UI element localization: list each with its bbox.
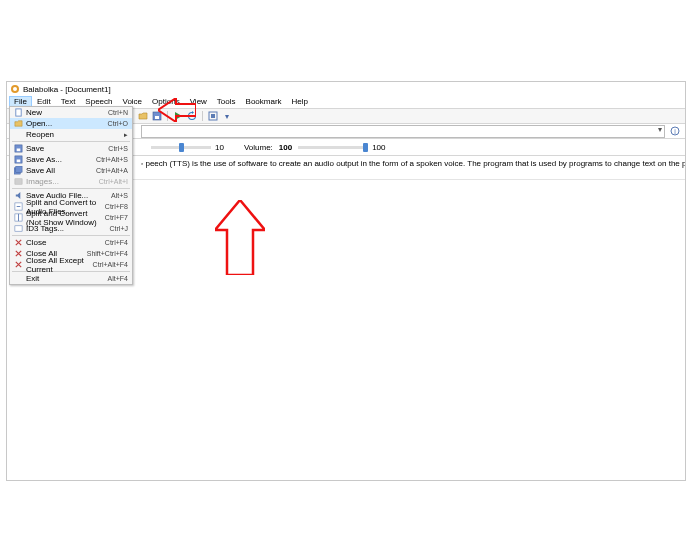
window-title-app: Balabolka xyxy=(23,85,58,94)
split-icon xyxy=(13,213,23,223)
menu-item-label: Close All Except Current xyxy=(26,256,90,274)
combo-info-icon[interactable]: i xyxy=(669,125,681,137)
menu-item-label: Open... xyxy=(26,119,105,128)
red-arrow-content xyxy=(215,200,265,275)
svg-rect-6 xyxy=(15,109,20,116)
id3-icon xyxy=(13,224,23,234)
file-menu-dropdown: NewCtrl+NOpen...Ctrl+OReopen▸SaveCtrl+SS… xyxy=(9,106,133,285)
file-menu-close[interactable]: CloseCtrl+F4 xyxy=(10,237,132,248)
save-icon xyxy=(13,144,23,154)
menu-item-label: Save All xyxy=(26,166,93,175)
menu-item-shortcut: Ctrl+Alt+A xyxy=(96,167,128,174)
rate-slider-group: 10 xyxy=(141,143,224,152)
menu-item-label: ID3 Tags... xyxy=(26,224,107,233)
file-menu-close-all-except-current[interactable]: Close All Except CurrentCtrl+Alt+F4 xyxy=(10,259,132,270)
conv-icon xyxy=(13,202,23,212)
file-menu-save-as[interactable]: Save As...Ctrl+Alt+S xyxy=(10,154,132,165)
window-title-doc: [Document1] xyxy=(65,85,110,94)
menu-item-shortcut: Ctrl+Alt+F4 xyxy=(93,261,128,268)
menu-item-shortcut: Shift+Ctrl+F4 xyxy=(87,250,128,257)
menu-item-label: Reopen xyxy=(26,130,121,139)
file-menu-new[interactable]: NewCtrl+N xyxy=(10,107,132,118)
audio-icon xyxy=(13,191,23,201)
img-icon xyxy=(13,177,23,187)
svg-text:i: i xyxy=(674,128,676,135)
menu-help[interactable]: Help xyxy=(287,96,313,108)
file-menu-save-all[interactable]: Save AllCtrl+Alt+A xyxy=(10,165,132,176)
document-text: peech (TTS) is the use of software to cr… xyxy=(145,159,685,168)
file-menu-id3-tags[interactable]: ID3 Tags...Ctrl+J xyxy=(10,223,132,234)
menu-item-label: Save As... xyxy=(26,155,93,164)
menu-separator xyxy=(12,188,130,189)
menu-item-label: Close xyxy=(26,238,102,247)
red-arrow-open xyxy=(158,98,196,122)
svg-rect-12 xyxy=(15,166,21,172)
menu-item-shortcut: Ctrl+S xyxy=(108,145,128,152)
menu-item-shortcut: Ctrl+F4 xyxy=(105,239,128,246)
rate-slider[interactable] xyxy=(151,146,211,149)
volume-label: Volume: xyxy=(244,143,273,152)
file-menu-open[interactable]: Open...Ctrl+O xyxy=(10,118,132,129)
saveall-icon xyxy=(13,166,23,176)
tb-settings-icon[interactable] xyxy=(207,110,219,122)
submenu-arrow-icon: ▸ xyxy=(124,131,128,139)
svg-rect-8 xyxy=(16,149,20,152)
menu-item-label: New xyxy=(26,108,105,117)
menu-item-shortcut: Ctrl+F8 xyxy=(105,203,128,210)
rate-val: 10 xyxy=(215,143,224,152)
menu-item-label: Images... xyxy=(26,177,96,186)
svg-rect-13 xyxy=(14,179,21,184)
menu-item-shortcut: Ctrl+Alt+S xyxy=(96,156,128,163)
svg-rect-5 xyxy=(211,114,215,118)
file-menu-split-and-convert-not-show-window[interactable]: Split and Convert (Not Show Window)Ctrl+… xyxy=(10,212,132,223)
menu-item-shortcut: Ctrl+F7 xyxy=(105,214,128,221)
tb-open-icon[interactable] xyxy=(137,110,149,122)
closeex-icon xyxy=(13,260,23,270)
open-icon xyxy=(13,119,23,129)
app-icon xyxy=(10,84,20,94)
saveas-icon xyxy=(13,155,23,165)
voice-combo[interactable] xyxy=(141,125,665,138)
menu-item-shortcut: Ctrl+Alt+I xyxy=(99,178,128,185)
volume-max: 100 xyxy=(372,143,385,152)
volume-slider[interactable] xyxy=(298,146,368,149)
file-menu-save[interactable]: SaveCtrl+S xyxy=(10,143,132,154)
svg-rect-16 xyxy=(14,226,21,231)
title-bar: Balabolka - [Document1] xyxy=(7,82,685,96)
blank-icon xyxy=(13,130,23,140)
file-menu-reopen[interactable]: Reopen▸ xyxy=(10,129,132,140)
new-icon xyxy=(13,108,23,118)
volume-slider-group: 100 xyxy=(298,143,385,152)
menu-item-shortcut: Ctrl+O xyxy=(108,120,128,127)
menu-item-shortcut: Ctrl+J xyxy=(110,225,128,232)
menu-tools[interactable]: Tools xyxy=(212,96,241,108)
menu-separator xyxy=(12,141,130,142)
app-window: Balabolka - [Document1] File Edit Text S… xyxy=(6,81,686,481)
menu-item-label: Exit xyxy=(26,274,105,283)
blank-icon xyxy=(13,274,23,284)
file-menu-exit[interactable]: ExitAlt+F4 xyxy=(10,273,132,284)
menu-item-shortcut: Alt+S xyxy=(111,192,128,199)
volume-value: 100 xyxy=(279,143,292,152)
menu-separator xyxy=(12,235,130,236)
svg-point-1 xyxy=(13,87,17,91)
menu-bookmark[interactable]: Bookmark xyxy=(241,96,287,108)
file-menu-images: Images...Ctrl+Alt+I xyxy=(10,176,132,187)
tb-separator xyxy=(202,111,203,121)
close-icon xyxy=(13,238,23,248)
menu-item-shortcut: Ctrl+N xyxy=(108,109,128,116)
menu-item-shortcut: Alt+F4 xyxy=(108,275,128,282)
menu-item-label: Save xyxy=(26,144,105,153)
tb-dropdown-icon[interactable]: ▾ xyxy=(221,110,233,122)
svg-rect-10 xyxy=(16,160,20,163)
closeall-icon xyxy=(13,249,23,259)
